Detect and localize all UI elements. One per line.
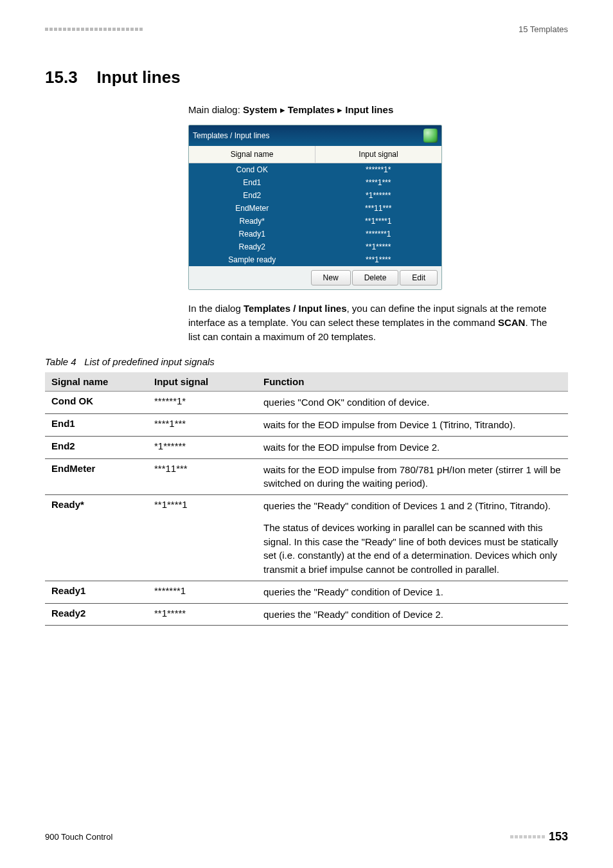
breadcrumb: Main dialog: System ▸ Templates ▸ Input …: [188, 104, 561, 116]
signals-table: Signal name Input signal Function Cond O…: [45, 372, 568, 626]
dialog-signal-name[interactable]: Ready1: [189, 228, 315, 240]
table-cell-func: waits for the EOD impulse from 780/781 p…: [257, 458, 568, 495]
section-number: 15.3: [45, 68, 78, 87]
breadcrumb-prefix: Main dialog:: [188, 104, 243, 115]
breadcrumb-item: System: [243, 104, 277, 115]
new-button[interactable]: New: [311, 270, 351, 285]
home-icon[interactable]: [423, 129, 438, 143]
dialog-signal-name[interactable]: Sample ready: [189, 253, 315, 266]
table-caption-text: List of predefined input signals: [84, 356, 215, 367]
dialog-column-header: Signal name: [189, 146, 315, 163]
table-header: Input signal: [148, 372, 257, 392]
table-cell-name: EndMeter: [45, 458, 148, 495]
table-cell-name: End1: [45, 414, 148, 437]
table-cell-sig: ******1*: [148, 392, 257, 414]
header-chapter: 15 Templates: [519, 24, 568, 34]
header-decoration: [45, 28, 143, 31]
dialog-signal-name[interactable]: End2: [189, 189, 315, 202]
table-cell-func: queries the "Ready" condition of Device …: [257, 603, 568, 626]
footer-decoration: [510, 835, 545, 838]
table-cell-func: queries "Cond OK" condition of device.: [257, 392, 568, 414]
dialog-signal-pattern: **1****1: [315, 215, 442, 228]
dialog-signal-pattern: *1******: [315, 189, 442, 202]
intro-paragraph: In the dialog Templates / Input lines, y…: [188, 302, 561, 343]
table-cell-sig: *******1: [148, 581, 257, 603]
table-cell-func: waits for the EOD impulse from Device 2.: [257, 436, 568, 458]
dialog-signal-name[interactable]: Cond OK: [189, 163, 315, 176]
dialog-signal-pattern: ***1****: [315, 253, 442, 266]
table-cell-sig: *1******: [148, 436, 257, 458]
dialog-signal-name[interactable]: End1: [189, 176, 315, 189]
dialog-signal-pattern: **1*****: [315, 240, 442, 253]
dialog-signal-pattern: ****1***: [315, 176, 442, 189]
dialog-signal-name[interactable]: Ready2: [189, 240, 315, 253]
table-cell-sig: **1*****: [148, 603, 257, 626]
table-cell-name: Cond OK: [45, 392, 148, 414]
section-title: Input lines: [97, 68, 181, 87]
table-cell-name: Ready2: [45, 603, 148, 626]
dialog-title: Templates / Input lines: [193, 131, 269, 140]
footer-product: 900 Touch Control: [45, 832, 112, 842]
dialog-signal-name[interactable]: Ready*: [189, 215, 315, 228]
table-number: Table 4: [45, 356, 76, 367]
table-cell-func: waits for the EOD impulse from Device 1 …: [257, 414, 568, 437]
dialog-column-header: Input signal: [315, 146, 441, 163]
page-number: 153: [549, 830, 568, 844]
table-cell-sig: ****1***: [148, 414, 257, 437]
table-cell-name: Ready1: [45, 581, 148, 603]
table-cell-func: queries the "Ready" condition of Device …: [257, 581, 568, 603]
table-cell-func: queries the "Ready" condition of Devices…: [257, 495, 568, 581]
table-cell-name: Ready*: [45, 495, 148, 581]
table-cell-name: End2: [45, 436, 148, 458]
table-header: Function: [257, 372, 568, 392]
table-header: Signal name: [45, 372, 148, 392]
dialog-signal-name[interactable]: EndMeter: [189, 202, 315, 215]
dialog-templates-input-lines: Templates / Input lines Signal name Inpu…: [188, 125, 442, 290]
delete-button[interactable]: Delete: [352, 270, 399, 285]
table-cell-sig: **1****1: [148, 495, 257, 581]
breadcrumb-item: Input lines: [345, 104, 393, 115]
breadcrumb-item: Templates: [288, 104, 335, 115]
dialog-signal-pattern: ******1*: [315, 163, 442, 176]
dialog-signal-pattern: *******1: [315, 228, 442, 240]
edit-button[interactable]: Edit: [400, 270, 438, 285]
dialog-signal-pattern: ***11***: [315, 202, 442, 215]
table-cell-sig: ***11***: [148, 458, 257, 495]
